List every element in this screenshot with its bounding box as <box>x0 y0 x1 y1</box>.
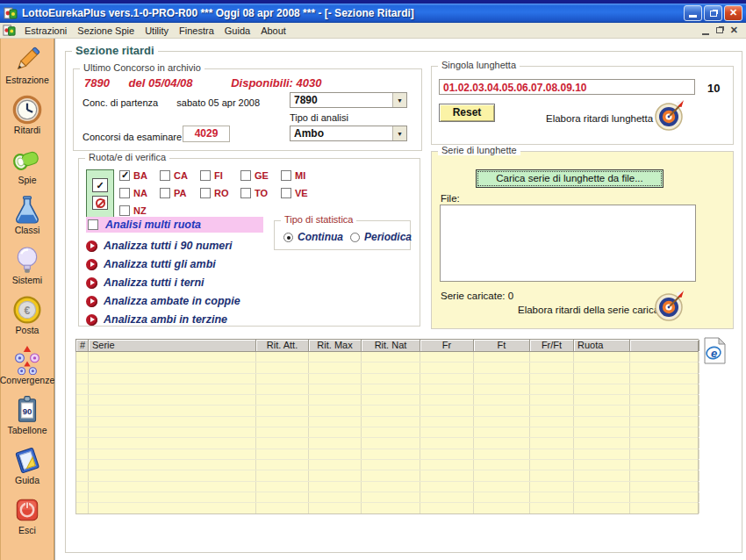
mdi-app-icon[interactable] <box>3 24 16 37</box>
radio-button[interactable] <box>350 233 360 242</box>
checkbox[interactable] <box>240 188 251 198</box>
table-header-cell[interactable]: Fr/Ft <box>530 340 574 351</box>
export-html-button[interactable]: e <box>703 337 727 366</box>
wheel-checkbox-ca[interactable]: CA <box>160 170 200 181</box>
table-row[interactable] <box>76 427 698 438</box>
checkbox[interactable] <box>88 219 98 230</box>
table-cell <box>474 438 530 448</box>
title-bar[interactable]: LottoEurekaPlus vers.1-0-PRO-R00 *** Ogg… <box>0 4 746 23</box>
table-header-cell[interactable]: Rit. Nat <box>362 340 420 351</box>
table-row[interactable] <box>76 352 698 363</box>
menu-finestra[interactable]: Finestra <box>174 25 219 37</box>
table-row[interactable] <box>76 417 698 427</box>
table-row[interactable] <box>76 470 698 481</box>
checkbox[interactable] <box>160 170 170 181</box>
checkbox[interactable] <box>200 170 211 181</box>
table-header-cell[interactable]: # <box>76 340 89 351</box>
table-header-cell[interactable]: Rit. Max <box>309 340 362 351</box>
menu-estrazioni[interactable]: Estrazioni <box>19 25 72 37</box>
mdi-close-button[interactable]: ✕ <box>730 25 738 36</box>
sidebar-item-estrazione[interactable]: Estrazione <box>1 43 54 93</box>
checkbox[interactable] <box>281 170 291 181</box>
wheel-checkbox-ro[interactable]: RO <box>200 188 240 198</box>
select-all-wheels-button[interactable]: ✓ <box>92 178 108 192</box>
table-header-cell[interactable]: Fr <box>420 340 474 351</box>
menu-guida[interactable]: Guida <box>219 25 255 37</box>
table-row[interactable] <box>76 449 698 460</box>
close-button[interactable]: ✕ <box>724 5 742 21</box>
table-row[interactable] <box>76 503 698 513</box>
reset-button[interactable]: Reset <box>439 104 495 122</box>
restore-button[interactable] <box>704 5 722 21</box>
sidebar-item-ritardi[interactable]: Ritardi <box>1 93 54 143</box>
menu-utility[interactable]: Utility <box>140 25 174 37</box>
wheel-checkbox-nz[interactable]: NZ <box>119 205 160 216</box>
link-analizza-terni[interactable]: Analizza tutti i terni <box>86 276 204 289</box>
checkbox[interactable] <box>119 188 130 198</box>
wheel-checkbox-ve[interactable]: VE <box>281 188 321 198</box>
minimize-button[interactable] <box>684 5 702 21</box>
chevron-down-icon[interactable]: ▼ <box>392 126 406 140</box>
table-row[interactable] <box>76 363 698 373</box>
radio-periodica[interactable]: Periodica <box>350 231 412 243</box>
wheel-checkbox-ge[interactable]: GE <box>240 170 281 181</box>
table-cell <box>76 406 89 415</box>
checkbox[interactable] <box>240 170 251 181</box>
wheel-checkbox-pa[interactable]: PA <box>160 188 200 198</box>
link-analizza-ambi[interactable]: Analizza tutti gli ambi <box>86 258 216 270</box>
menu-about[interactable]: About <box>255 25 291 37</box>
table-header-cell[interactable] <box>630 340 699 351</box>
checkbox[interactable] <box>281 188 291 198</box>
table-row[interactable] <box>76 406 698 416</box>
lunghetta-input[interactable]: 01.02.03.04.05.06.07.08.09.10 <box>439 79 695 95</box>
chevron-down-icon[interactable]: ▼ <box>392 93 406 107</box>
group-label: Serie di lunghette <box>438 145 520 155</box>
sidebar-item-spie[interactable]: Spie <box>1 143 54 193</box>
multi-wheel-checkbox[interactable]: Analisi multi ruota <box>86 217 263 233</box>
table-row[interactable] <box>76 482 698 492</box>
table-row[interactable] <box>76 374 698 384</box>
radio-button[interactable] <box>283 233 293 242</box>
table-header-cell[interactable]: Rit. Att. <box>256 340 309 351</box>
checkbox[interactable] <box>119 170 130 181</box>
checkbox[interactable] <box>119 205 130 216</box>
file-series-textarea[interactable] <box>440 205 696 282</box>
carica-serie-button[interactable]: Carica serie di lunghette da file... <box>476 169 664 188</box>
menu-sezione-spie[interactable]: Sezione Spie <box>72 25 140 37</box>
mdi-restore-button[interactable] <box>716 27 723 33</box>
link-analizza-ambate-coppie[interactable]: Analizza ambate in coppie <box>86 295 240 307</box>
wheel-checkbox-fi[interactable]: FI <box>200 170 240 181</box>
sidebar-item-classi[interactable]: Classi <box>1 193 54 243</box>
draw-number-select[interactable]: 7890 ▼ <box>290 92 407 108</box>
wheel-checkbox-na[interactable]: NA <box>119 188 160 198</box>
table-row[interactable] <box>76 492 698 503</box>
sidebar-item-sistemi[interactable]: Sistemi <box>1 243 54 293</box>
sidebar-item-label: Spie <box>18 175 36 185</box>
draws-to-examine-field[interactable]: 4029 <box>183 126 230 142</box>
deselect-all-wheels-button[interactable] <box>92 196 108 210</box>
sidebar-item-convergenze[interactable]: Convergenze <box>1 343 54 393</box>
checkbox[interactable] <box>160 188 170 198</box>
sidebar-item-posta[interactable]: € Posta <box>1 293 54 343</box>
table-row[interactable] <box>76 438 698 449</box>
table-header-cell[interactable]: Serie <box>89 340 256 351</box>
link-analizza-ambi-terzine[interactable]: Analizza ambi in terzine <box>86 313 227 326</box>
wheel-checkbox-ba[interactable]: BA <box>119 170 160 181</box>
table-row[interactable] <box>76 460 698 470</box>
mdi-minimize-button[interactable] <box>702 33 709 35</box>
table-header-cell[interactable]: Ruota <box>574 340 630 351</box>
sidebar-item-esci[interactable]: Esci <box>1 493 54 543</box>
wheel-checkbox-mi[interactable]: MI <box>281 170 321 181</box>
elabora-lunghetta-target-button[interactable] <box>653 98 686 135</box>
sidebar-item-guida[interactable]: Guida <box>1 443 54 493</box>
checkbox[interactable] <box>200 188 211 198</box>
table-row[interactable] <box>76 384 698 395</box>
sidebar-item-tabellone[interactable]: 90 Tabellone <box>1 393 54 443</box>
elabora-serie-target-button[interactable] <box>653 289 686 326</box>
table-row[interactable] <box>76 395 698 406</box>
wheel-checkbox-to[interactable]: TO <box>240 188 281 198</box>
radio-continua[interactable]: Continua <box>283 231 343 243</box>
analysis-type-select[interactable]: Ambo ▼ <box>290 126 407 141</box>
table-header-cell[interactable]: Ft <box>474 340 530 351</box>
link-analizza-90-numeri[interactable]: Analizza tutti i 90 numeri <box>86 240 233 252</box>
